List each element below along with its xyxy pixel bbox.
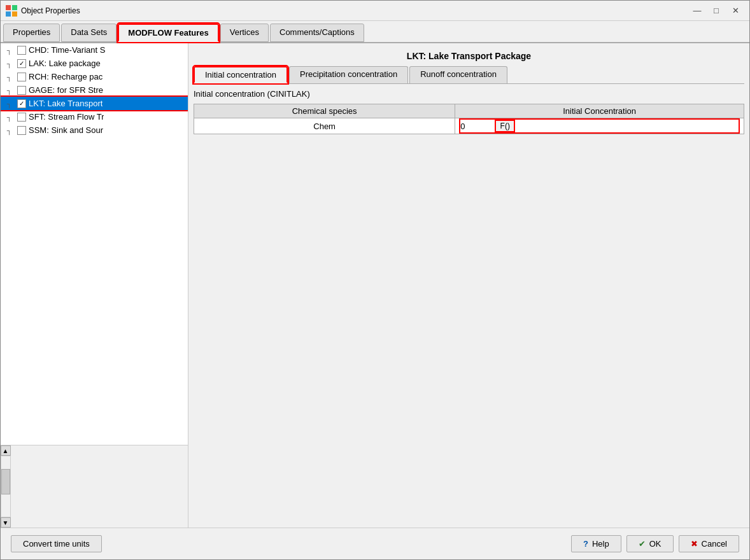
maximize-button[interactable]: □	[707, 4, 725, 18]
expand-lak-icon: ┐	[7, 60, 16, 67]
titlebar-controls: — □ ✕	[688, 4, 744, 18]
chd-label: CHD: Time-Variant S	[29, 45, 105, 55]
tree-item-lak[interactable]: ┐ ✓ LAK: Lake package	[1, 57, 188, 70]
checkbox-rch[interactable]	[17, 73, 26, 81]
inner-tab-initial-concentration[interactable]: Initial concentration	[194, 66, 288, 83]
scroll-up-arrow[interactable]: ▲	[1, 445, 11, 456]
expand-lkt-icon: ┐	[7, 100, 16, 108]
window-title: Object Properties	[21, 6, 688, 15]
window: Object Properties — □ ✕ Properties Data …	[0, 0, 750, 560]
expand-sft-icon: ┐	[7, 113, 16, 121]
help-icon: ?	[583, 539, 588, 549]
right-panel-title: LKT: Lake Transport Package	[194, 48, 744, 66]
cell-value: F()	[455, 118, 744, 134]
col-initial-concentration: Initial Concentration	[455, 104, 744, 118]
formula-button[interactable]: F()	[495, 120, 515, 132]
help-button[interactable]: ? Help	[571, 535, 621, 552]
expand-rch-icon: ┐	[7, 73, 16, 81]
inner-tab-runoff-concentration[interactable]: Runoff concentration	[409, 66, 507, 83]
expand-ssm-icon: ┐	[7, 127, 16, 134]
checkbox-sft[interactable]	[17, 113, 26, 122]
data-table: Chemical species Initial Concentration C…	[194, 104, 744, 134]
left-scroll-area: ▲ ▼	[1, 445, 188, 528]
bottom-bar: Convert time units ? Help ✔ OK ✖ Cancel	[1, 528, 749, 559]
checkbox-ssm[interactable]	[17, 126, 26, 135]
gage-label: GAGE: for SFR Stre	[29, 85, 103, 95]
tree-item-lkt[interactable]: ┐ ✓ LKT: Lake Transport	[1, 97, 188, 110]
scroll-thumb[interactable]	[1, 469, 10, 494]
tree-item-chd[interactable]: ┐ CHD: Time-Variant S	[1, 43, 188, 57]
checkbox-lkt[interactable]: ✓	[17, 99, 26, 108]
lak-label: LAK: Lake package	[29, 59, 101, 68]
tab-properties[interactable]: Properties	[3, 24, 60, 42]
content-area: ┐ CHD: Time-Variant S ┐ ✓ LAK: Lake pack…	[1, 43, 749, 528]
convert-time-units-button[interactable]: Convert time units	[11, 535, 102, 552]
lkt-label: LKT: Lake Transport	[29, 99, 103, 108]
tab-modflow-features[interactable]: MODFLOW Features	[118, 24, 218, 42]
main-tabs: Properties Data Sets MODFLOW Features Ve…	[1, 21, 749, 43]
cancel-button[interactable]: ✖ Cancel	[679, 535, 739, 552]
checkbox-chd[interactable]	[17, 46, 26, 55]
tab-comments-captions[interactable]: Comments/Captions	[270, 24, 364, 42]
bottom-right-buttons: ? Help ✔ OK ✖ Cancel	[571, 535, 739, 552]
svg-rect-1	[12, 5, 17, 10]
ssm-label: SSM: Sink and Sour	[29, 125, 103, 135]
cell-species: Chem	[194, 118, 455, 134]
sub-label: Initial concentration (CINITLAK)	[194, 88, 744, 104]
svg-rect-2	[6, 11, 11, 17]
close-button[interactable]: ✕	[726, 4, 744, 18]
inner-tabs: Initial concentration Precipitation conc…	[194, 66, 744, 84]
inner-tab-precipitation-concentration[interactable]: Precipitation concentration	[289, 66, 408, 83]
tab-datasets[interactable]: Data Sets	[61, 24, 117, 42]
left-panel: ┐ CHD: Time-Variant S ┐ ✓ LAK: Lake pack…	[1, 43, 188, 528]
minimize-button[interactable]: —	[688, 4, 706, 18]
rch-label: RCH: Recharge pac	[29, 72, 103, 81]
checkbox-gage[interactable]	[17, 86, 26, 95]
tree-item-rch[interactable]: ┐ RCH: Recharge pac	[1, 70, 188, 83]
col-chemical-species: Chemical species	[194, 104, 455, 118]
tree-item-sft[interactable]: ┐ SFT: Stream Flow Tr	[1, 110, 188, 123]
app-icon	[6, 5, 17, 17]
cancel-x-icon: ✖	[691, 539, 698, 549]
ok-button[interactable]: ✔ OK	[626, 535, 674, 552]
table-row: Chem F()	[194, 118, 744, 134]
scroll-down-arrow[interactable]: ▼	[1, 517, 11, 528]
tree-item-ssm[interactable]: ┐ SSM: Sink and Sour	[1, 123, 188, 137]
titlebar: Object Properties — □ ✕	[1, 1, 749, 21]
tab-vertices[interactable]: Vertices	[220, 24, 269, 42]
checkbox-lak[interactable]: ✓	[17, 59, 26, 68]
svg-rect-3	[12, 11, 17, 17]
left-scrollbar[interactable]: ▲ ▼	[1, 445, 11, 528]
scroll-track	[1, 456, 11, 517]
expand-chd-icon: ┐	[7, 46, 16, 54]
expand-gage-icon: ┐	[7, 87, 16, 94]
sft-label: SFT: Stream Flow Tr	[29, 112, 104, 122]
tree-item-gage[interactable]: ┐ GAGE: for SFR Stre	[1, 83, 188, 97]
right-panel: LKT: Lake Transport Package Initial conc…	[188, 43, 749, 528]
svg-rect-0	[6, 5, 11, 10]
ok-checkmark-icon: ✔	[639, 539, 646, 549]
concentration-input[interactable]	[460, 122, 492, 131]
